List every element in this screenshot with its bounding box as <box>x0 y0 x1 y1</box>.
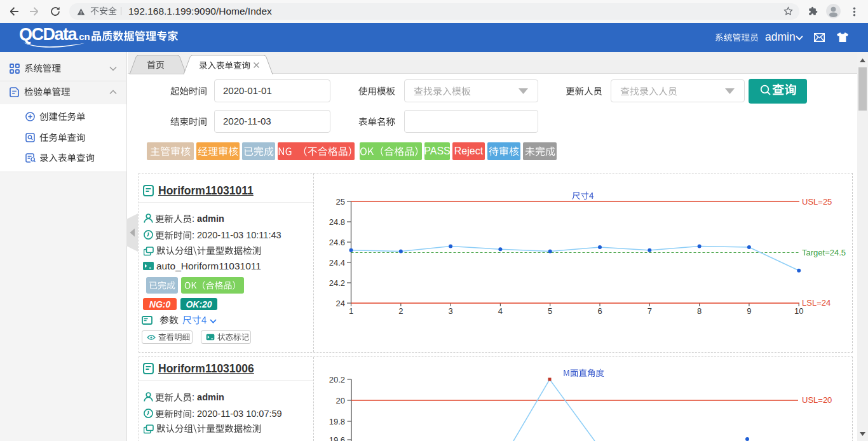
svg-text:19.8: 19.8 <box>329 417 345 426</box>
svg-text:USL=25: USL=25 <box>802 197 832 207</box>
svg-text:2: 2 <box>398 306 403 316</box>
svg-text:4: 4 <box>498 306 503 316</box>
svg-text:19.6: 19.6 <box>329 435 345 441</box>
svg-text:6: 6 <box>597 306 602 316</box>
svg-text:10: 10 <box>794 306 803 316</box>
svg-text:24.6: 24.6 <box>329 238 345 247</box>
svg-text:9: 9 <box>747 306 751 316</box>
svg-text:24.4: 24.4 <box>329 258 345 268</box>
svg-text:20: 20 <box>336 396 345 405</box>
svg-text:20.2: 20.2 <box>329 375 345 384</box>
svg-text:8: 8 <box>697 306 702 316</box>
svg-text:24: 24 <box>336 299 345 308</box>
svg-text:USL=20: USL=20 <box>802 395 832 405</box>
svg-text:1: 1 <box>349 306 353 316</box>
svg-text:Target=24.5: Target=24.5 <box>802 248 846 257</box>
svg-text:24.2: 24.2 <box>329 278 345 288</box>
svg-text:5: 5 <box>548 306 552 316</box>
svg-text:7: 7 <box>648 306 652 316</box>
svg-text:3: 3 <box>448 306 452 316</box>
svg-text:25: 25 <box>336 197 345 207</box>
svg-text:LSL=24: LSL=24 <box>802 298 831 308</box>
svg-text:24.8: 24.8 <box>329 217 345 227</box>
